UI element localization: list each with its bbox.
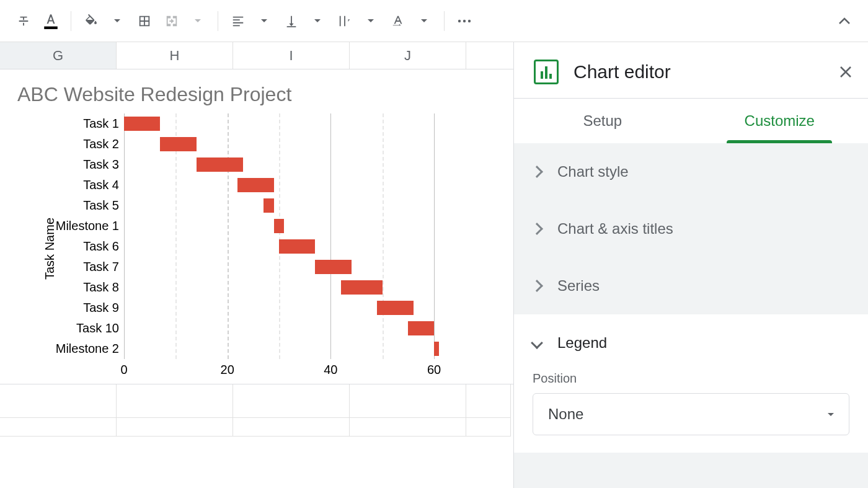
embedded-chart[interactable]: ABC Website Redesign Project Task Name T… (0, 69, 513, 384)
category-label: Milestone 1 (43, 219, 124, 233)
gantt-bar (408, 321, 434, 335)
merge-dropdown[interactable] (187, 10, 209, 32)
column-header[interactable]: H (117, 42, 233, 69)
section-label: Series (557, 277, 600, 295)
category-label: Task 10 (43, 321, 124, 335)
column-header[interactable]: J (350, 42, 466, 69)
legend-panel: Position None (514, 371, 868, 453)
chart-category-row: Task 4 (43, 175, 513, 195)
field-label: Position (533, 371, 849, 386)
category-label: Task 4 (43, 178, 124, 192)
section-label: Legend (557, 334, 607, 352)
caret-down-icon (195, 19, 201, 22)
grid-row[interactable] (0, 418, 513, 437)
text-wrap-button[interactable] (334, 10, 356, 32)
category-label: Task 5 (43, 198, 124, 213)
borders-button[interactable] (133, 10, 156, 32)
svg-rect-0 (44, 26, 58, 29)
chart-category-row: Task 5 (43, 195, 513, 216)
section-series[interactable]: Series (514, 257, 868, 314)
text-rotation-button[interactable] (387, 10, 409, 32)
column-header-partial[interactable] (466, 42, 511, 69)
legend-position-select[interactable]: None (533, 393, 849, 435)
x-tick-label: 20 (221, 363, 234, 377)
chart-editor-icon (534, 60, 559, 84)
gantt-bar (341, 280, 383, 295)
select-value: None (548, 406, 583, 423)
horizontal-align-button[interactable] (227, 10, 249, 32)
section-legend[interactable]: Legend (514, 314, 868, 371)
chart-category-row: Task 3 (43, 154, 513, 175)
text-color-button[interactable] (40, 10, 62, 32)
caret-down-icon (828, 413, 834, 416)
vertical-align-button[interactable] (280, 10, 303, 32)
gantt-bar (237, 178, 273, 192)
chart-editor-sidebar: Chart editor Setup Customize Chart style… (513, 42, 868, 488)
sidebar-tabs: Setup Customize (514, 98, 868, 143)
gantt-bar (377, 301, 413, 315)
chevron-right-icon (531, 280, 543, 292)
caret-down-icon (114, 19, 120, 22)
chart-category-row: Milestone 1 (43, 216, 513, 236)
chevron-right-icon (531, 223, 543, 235)
close-button[interactable] (838, 64, 853, 79)
caret-down-icon (368, 19, 374, 22)
strikethrough-button[interactable] (12, 10, 35, 32)
section-chart-style[interactable]: Chart style (514, 143, 868, 200)
sidebar-header: Chart editor (514, 42, 868, 98)
gantt-bar (124, 117, 160, 131)
wrap-dropdown[interactable] (360, 10, 382, 32)
column-header[interactable]: G (0, 42, 117, 69)
more-button[interactable] (453, 10, 476, 32)
x-tick-label: 60 (427, 363, 441, 377)
sidebar-title: Chart editor (574, 61, 823, 82)
toolbar (0, 0, 868, 42)
chevron-down-icon (531, 337, 543, 349)
section-label: Chart & axis titles (557, 220, 673, 237)
svg-point-1 (458, 19, 461, 22)
collapse-toolbar-button[interactable] (833, 10, 856, 32)
merge-cells-button[interactable] (161, 10, 183, 32)
v-align-dropdown[interactable] (306, 10, 329, 32)
gantt-bar (264, 198, 274, 213)
category-label: Task 8 (43, 280, 124, 295)
chart-category-row: Task 1 (43, 113, 513, 134)
gantt-bar (197, 157, 243, 172)
caret-down-icon (261, 19, 267, 22)
gantt-bar (315, 260, 351, 274)
h-align-dropdown[interactable] (253, 10, 275, 32)
caret-down-icon (314, 19, 321, 22)
chart-plot: Task Name Task 1Task 2Task 3Task 4Task 5… (43, 113, 513, 384)
chart-category-row: Task 7 (43, 257, 513, 277)
gantt-bar (274, 219, 285, 233)
fill-color-button[interactable] (80, 10, 102, 32)
chart-category-row: Milestone 2 (43, 339, 513, 359)
main-area: G H I J ABC Website Redesign Project Tas… (0, 42, 868, 488)
spreadsheet-area[interactable]: G H I J ABC Website Redesign Project Tas… (0, 42, 513, 488)
grid-row[interactable] (0, 384, 513, 418)
tab-setup[interactable]: Setup (514, 99, 691, 143)
chart-category-row: Task 10 (43, 318, 513, 339)
toolbar-separator (71, 11, 71, 31)
category-label: Task 2 (43, 137, 124, 151)
chart-category-row: Task 9 (43, 298, 513, 318)
x-tick-label: 40 (324, 363, 337, 377)
rotation-dropdown[interactable] (413, 10, 435, 32)
fill-color-dropdown[interactable] (106, 10, 128, 32)
section-axis-titles[interactable]: Chart & axis titles (514, 200, 868, 257)
column-headers: G H I J (0, 42, 513, 69)
chart-category-row: Task 6 (43, 236, 513, 257)
category-label: Task 1 (43, 117, 124, 131)
svg-point-2 (463, 19, 466, 22)
toolbar-separator (218, 11, 218, 31)
svg-point-3 (468, 19, 471, 22)
category-label: Task 6 (43, 239, 124, 254)
tab-customize[interactable]: Customize (691, 99, 869, 143)
customize-sections: Chart style Chart & axis titles Series L… (514, 143, 868, 488)
gantt-bar (160, 137, 196, 151)
category-label: Task 7 (43, 260, 124, 274)
gantt-bar (279, 239, 315, 254)
x-tick-label: 0 (120, 363, 127, 377)
column-header[interactable]: I (233, 42, 350, 69)
toolbar-separator (444, 11, 445, 31)
